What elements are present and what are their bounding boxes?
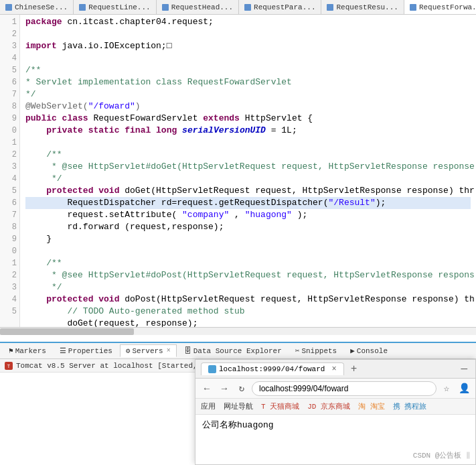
tab-servers[interactable]: ⚙ Servers × [120, 344, 177, 357]
tab-requestpara[interactable]: RequestPara... [239, 0, 321, 14]
tab-requestresu[interactable]: RequestResu... [321, 0, 404, 14]
code-area: 1 2 3 4 5 6 7 8 9 0 1 2 3 4 5 6 7 8 9 0 [0, 15, 476, 327]
browser-titlebar: localhost:9999/04/foward × + — [195, 360, 475, 379]
tomcat-icon: T [4, 361, 13, 371]
tab-chineseservlet[interactable]: ChineseSe... [0, 0, 74, 14]
code-line-23: */ [25, 281, 471, 293]
browser-tab-active[interactable]: localhost:9999/04/foward × [201, 362, 344, 375]
tab-snippets[interactable]: ✂ Snippets [289, 344, 343, 357]
browser-new-tab-button[interactable]: + [347, 363, 362, 375]
bookmark-4[interactable]: JD 京东商城 [307, 401, 350, 411]
tab-label-6: RequestForwa... [419, 3, 476, 11]
bookmark-1[interactable]: 应用 [201, 401, 216, 411]
bookmark-6[interactable]: 携 携程旅 [393, 401, 427, 411]
code-line-12: /** [25, 149, 471, 161]
code-line-22: * @see HttpServlet#doPost(HttpServletReq… [25, 269, 471, 281]
code-line-17: request.setAttribute( "company" , "huago… [25, 209, 471, 221]
console-icon: ▶ [350, 346, 355, 355]
java-icon-4 [244, 4, 251, 11]
tab-label-4: RequestPara... [254, 3, 315, 11]
code-content[interactable]: package cn.itcast.chapter04.request; imp… [20, 15, 476, 327]
code-line-10: private static final long serialVersionU… [25, 125, 471, 137]
refresh-button[interactable]: ↻ [234, 381, 249, 396]
code-line-24: protected void doPost(HttpServletRequest… [25, 293, 471, 306]
browser-content: 公司名称huagong [195, 415, 475, 435]
account-button[interactable]: 👤 [457, 381, 471, 396]
code-line-6: * Servlet implementation class RequestFo… [25, 76, 471, 88]
page-content: 公司名称huagong [202, 420, 274, 430]
snippets-icon: ✂ [295, 346, 300, 355]
browser-bookmarks: 应用 网址导航 T 天猫商城 JD 京东商城 淘 淘宝 携 携程旅 [195, 399, 475, 415]
editor-container: ChineseSe... RequestLine... RequestHead.… [0, 0, 476, 342]
code-line-14: */ [25, 173, 471, 185]
code-line-9: public class RequestFowardServlet extend… [25, 113, 471, 125]
tab-properties-label: Properties [68, 347, 112, 355]
tab-markers[interactable]: ⚑ Markers [3, 344, 52, 357]
browser-minimize-button[interactable]: — [458, 363, 470, 375]
tab-label-5: RequestResu... [336, 3, 398, 11]
browser-window: localhost:9999/04/foward × + — ← → ↻ ☆ 👤… [195, 359, 476, 465]
tabs-bar: ChineseSe... RequestLine... RequestHead.… [0, 0, 476, 15]
tab-requesthead[interactable]: RequestHead... [157, 0, 239, 14]
java-icon-3 [162, 4, 169, 11]
tab-console[interactable]: ▶ Console [344, 344, 394, 357]
tab-requestline[interactable]: RequestLine... [74, 0, 156, 14]
browser-tab-close[interactable]: × [331, 364, 336, 374]
java-icon-1 [5, 4, 12, 11]
svg-text:T: T [7, 363, 11, 369]
code-line-8: @WebServlet("/foward") [25, 101, 471, 113]
tab-label-3: RequestHead... [171, 3, 233, 11]
tab-properties[interactable]: ☰ Properties [54, 344, 118, 357]
tab-snippets-label: Snippets [301, 347, 337, 355]
code-line-21: /** [25, 257, 471, 269]
forward-button[interactable]: → [217, 381, 232, 396]
tab-console-label: Console [357, 347, 388, 355]
address-input[interactable] [252, 381, 437, 396]
java-icon-6 [410, 4, 416, 11]
bookmark-2[interactable]: 网址导航 [224, 401, 253, 411]
code-line-11 [25, 137, 471, 149]
code-line-15: protected void doGet(HttpServletRequest … [25, 185, 471, 197]
code-line-7: */ [25, 88, 471, 101]
bottom-tabs: ⚑ Markers ☰ Properties ⚙ Servers × 🗄 Dat… [0, 343, 476, 359]
tab-datasource[interactable]: 🗄 Data Source Explorer [178, 344, 288, 357]
java-icon-2 [79, 4, 86, 11]
tab-datasource-label: Data Source Explorer [193, 347, 282, 355]
bookmark-3[interactable]: T 天猫商城 [261, 401, 299, 411]
properties-icon: ☰ [60, 346, 66, 355]
code-line-3: import java.io.IOException;□ [25, 40, 471, 52]
code-line-20 [25, 245, 471, 257]
code-line-16: RequestDispatcher rd=request.getRequestD… [25, 197, 471, 209]
bookmark-5[interactable]: 淘 淘宝 [358, 401, 385, 411]
tab-label-2: RequestLine... [88, 3, 150, 11]
star-button[interactable]: ☆ [439, 381, 454, 396]
code-line-4 [25, 52, 471, 64]
tab-servers-label: Servers [132, 347, 163, 355]
browser-addressbar: ← → ↻ ☆ 👤 [195, 379, 475, 399]
tab-requestforwa[interactable]: RequestForwa... [404, 0, 476, 15]
servers-icon: ⚙ [126, 346, 131, 355]
tab-servers-close[interactable]: × [167, 347, 171, 354]
code-line-2 [25, 28, 471, 40]
browser-tab-icon [208, 365, 216, 373]
code-line-19: } [25, 233, 471, 245]
browser-watermark: CSDN @公告板 ∥ [413, 450, 470, 460]
code-line-13: * @see HttpServlet#doGet(HttpServletRequ… [25, 161, 471, 173]
markers-icon: ⚑ [9, 346, 13, 355]
tab-label-1: ChineseSe... [15, 3, 68, 11]
scrollbar-thumb[interactable] [0, 328, 134, 335]
browser-tab-label: localhost:9999/04/foward [219, 365, 325, 373]
main-wrapper: ChineseSe... RequestLine... RequestHead.… [0, 0, 476, 465]
code-line-26: doGet(request, response); [25, 318, 471, 327]
code-line-18: rd.forward (request,response); [25, 221, 471, 233]
code-line-1: package cn.itcast.chapter04.request; [25, 16, 471, 28]
java-icon-5 [327, 4, 333, 11]
code-line-5: /** [25, 64, 471, 76]
datasource-icon: 🗄 [184, 346, 191, 355]
tab-markers-label: Markers [15, 347, 46, 355]
back-button[interactable]: ← [200, 381, 214, 396]
code-line-25: // TODO Auto-generated method stub [25, 306, 471, 318]
horizontal-scrollbar[interactable] [0, 327, 476, 335]
line-numbers: 1 2 3 4 5 6 7 8 9 0 1 2 3 4 5 6 7 8 9 0 [0, 15, 20, 327]
